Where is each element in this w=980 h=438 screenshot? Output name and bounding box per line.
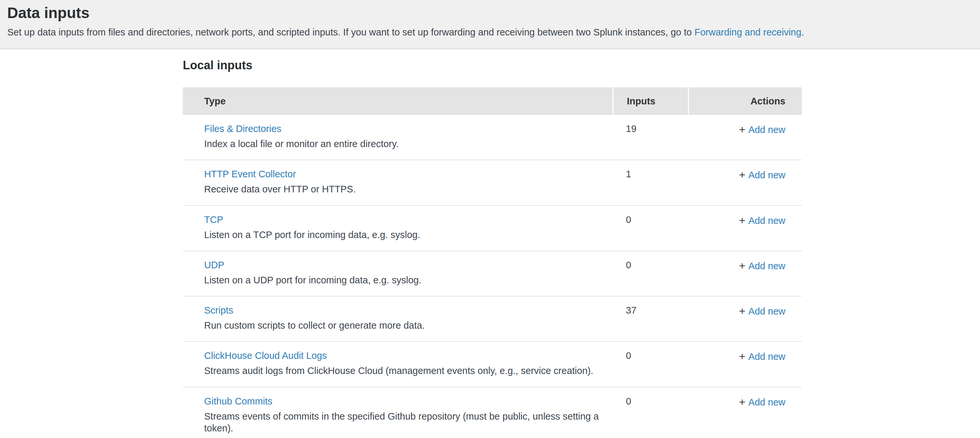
input-count: 19 (612, 123, 688, 134)
input-type-link[interactable]: Files & Directories (204, 123, 281, 134)
actions-cell: +Add new (688, 214, 802, 227)
inputs-table-header: Type Inputs Actions (183, 88, 802, 115)
inputs-table: Type Inputs Actions Files & Directories … (183, 88, 802, 438)
type-cell: ClickHouse Cloud Audit Logs Streams audi… (183, 350, 612, 377)
input-type-link[interactable]: Github Commits (204, 396, 272, 407)
input-count: 0 (612, 214, 688, 225)
add-new-label: Add new (748, 215, 785, 226)
type-cell: UDP Listen on a UDP port for incoming da… (183, 260, 612, 286)
plus-icon: + (739, 305, 745, 317)
input-count: 0 (612, 350, 688, 361)
input-type-description: Receive data over HTTP or HTTPS. (204, 183, 612, 195)
add-new-link[interactable]: +Add new (739, 306, 785, 317)
add-new-link[interactable]: +Add new (739, 261, 785, 271)
input-type-link[interactable]: HTTP Event Collector (204, 169, 296, 180)
plus-icon: + (739, 350, 745, 363)
input-count: 1 (612, 169, 688, 180)
actions-cell: +Add new (688, 169, 802, 181)
type-cell: Scripts Run custom scripts to collect or… (183, 305, 612, 331)
table-row: Files & Directories Index a local file o… (183, 115, 802, 160)
column-header-type: Type (183, 96, 612, 107)
add-new-label: Add new (748, 306, 785, 317)
add-new-link[interactable]: +Add new (739, 124, 785, 135)
input-type-link[interactable]: ClickHouse Cloud Audit Logs (204, 350, 327, 361)
table-row: UDP Listen on a UDP port for incoming da… (183, 251, 802, 296)
input-type-description: Streams audit logs from ClickHouse Cloud… (204, 365, 612, 377)
input-type-description: Listen on a UDP port for incoming data, … (204, 274, 612, 286)
actions-cell: +Add new (688, 305, 802, 317)
add-new-label: Add new (748, 124, 785, 135)
plus-icon: + (739, 169, 745, 181)
add-new-link[interactable]: +Add new (739, 351, 785, 362)
type-cell: HTTP Event Collector Receive data over H… (183, 169, 612, 195)
actions-cell: +Add new (688, 350, 802, 363)
plus-icon: + (739, 214, 745, 226)
add-new-link[interactable]: +Add new (739, 397, 785, 408)
add-new-label: Add new (748, 397, 785, 408)
add-new-link[interactable]: +Add new (739, 170, 785, 180)
input-type-description: Index a local file or monitor an entire … (204, 138, 612, 150)
actions-cell: +Add new (688, 123, 802, 136)
actions-cell: +Add new (688, 260, 802, 272)
input-type-description: Run custom scripts to collect or generat… (204, 320, 612, 331)
actions-cell: +Add new (688, 396, 802, 408)
type-cell: Files & Directories Index a local file o… (183, 123, 612, 150)
input-type-link[interactable]: Scripts (204, 305, 233, 316)
column-header-actions: Actions (688, 88, 802, 115)
forwarding-and-receiving-link[interactable]: Forwarding and receiving (694, 27, 802, 37)
input-type-description: Streams events of commits in the specifi… (204, 411, 612, 435)
inputs-table-body: Files & Directories Index a local file o… (183, 115, 802, 438)
plus-icon: + (739, 260, 745, 272)
input-type-link[interactable]: UDP (204, 260, 224, 271)
table-row: HTTP Event Collector Receive data over H… (183, 160, 802, 205)
input-count: 0 (612, 260, 688, 271)
add-new-label: Add new (748, 261, 785, 271)
input-type-description: Listen on a TCP port for incoming data, … (204, 229, 612, 241)
page-header: Data inputs Set up data inputs from file… (0, 0, 980, 49)
table-row: ClickHouse Cloud Audit Logs Streams audi… (183, 342, 802, 387)
plus-icon: + (739, 396, 745, 408)
input-count: 0 (612, 396, 688, 407)
add-new-label: Add new (748, 351, 785, 362)
table-row: Github Commits Streams events of commits… (183, 387, 802, 438)
type-cell: TCP Listen on a TCP port for incoming da… (183, 214, 612, 241)
add-new-link[interactable]: +Add new (739, 215, 785, 226)
page-title: Data inputs (7, 4, 970, 22)
column-header-inputs: Inputs (612, 88, 688, 115)
subtitle-text: Set up data inputs from files and direct… (7, 27, 694, 37)
table-row: TCP Listen on a TCP port for incoming da… (183, 206, 802, 251)
type-cell: Github Commits Streams events of commits… (183, 396, 612, 435)
table-row: Scripts Run custom scripts to collect or… (183, 296, 802, 342)
page-subtitle: Set up data inputs from files and direct… (7, 26, 970, 39)
local-inputs-section: Local inputs Type Inputs Actions Files &… (183, 59, 802, 438)
input-type-link[interactable]: TCP (204, 214, 223, 225)
input-count: 37 (612, 305, 688, 316)
subtitle-period: . (802, 27, 804, 37)
add-new-label: Add new (748, 170, 785, 180)
local-inputs-heading: Local inputs (183, 59, 802, 72)
plus-icon: + (739, 123, 745, 135)
